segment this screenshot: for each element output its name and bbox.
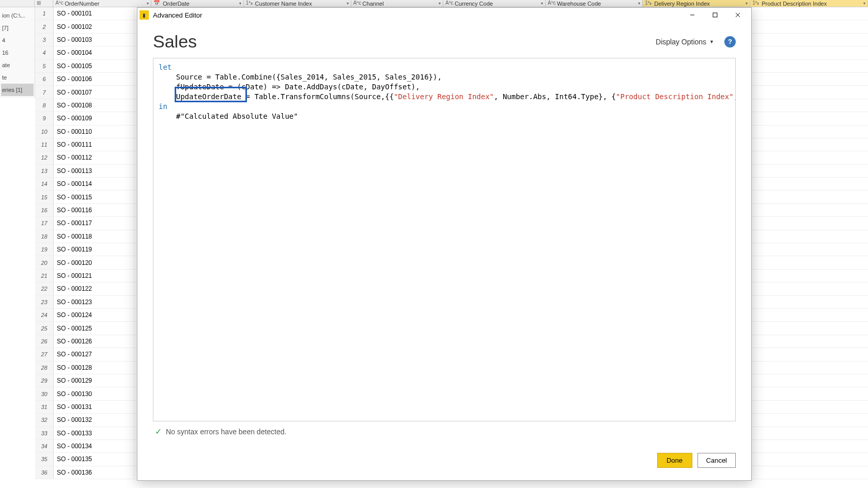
row-number: 22 [35,282,54,295]
cell-ordernumber[interactable]: SO - 000119 [54,243,134,256]
cell-ordernumber[interactable]: SO - 000125 [54,322,134,334]
cell-ordernumber[interactable]: SO - 000102 [54,20,134,33]
chevron-down-icon[interactable]: ▾ [239,1,241,6]
cell-ordernumber[interactable]: SO - 000130 [54,387,134,400]
row-number: 30 [35,387,54,400]
dialog-footer: Done Cancel [137,446,751,480]
cell-ordernumber[interactable]: SO - 000117 [54,217,134,229]
svg-rect-1 [713,13,717,17]
row-number: 34 [35,440,54,452]
row-number: 32 [35,414,54,426]
cell-ordernumber[interactable]: SO - 000134 [54,440,134,452]
chevron-down-icon[interactable]: ▾ [746,1,748,6]
cell-ordernumber[interactable]: SO - 000111 [54,138,134,151]
number-type-icon: 1²₃ [246,0,253,7]
cell-ordernumber[interactable]: SO - 000103 [54,34,134,46]
chevron-down-icon[interactable]: ▾ [541,1,543,6]
queries-panel[interactable]: ion (C:\... [7] 4 16 ate te eries [1] [0,7,35,98]
cell-ordernumber[interactable]: SO - 000135 [54,453,134,465]
row-number: 11 [35,138,54,151]
cell-ordernumber[interactable]: SO - 000105 [54,60,134,72]
cell-ordernumber[interactable]: SO - 000123 [54,296,134,308]
cell-ordernumber[interactable]: SO - 000113 [54,165,134,177]
row-number: 13 [35,165,54,177]
dialog-titlebar[interactable]: ▮ Advanced Editor [137,8,751,22]
panel-item[interactable]: ion (C:\... [1,9,34,22]
cell-ordernumber[interactable]: SO - 000118 [54,230,134,243]
cell-ordernumber[interactable]: SO - 000114 [54,178,134,190]
cell-ordernumber[interactable]: SO - 000120 [54,256,134,269]
cell-ordernumber[interactable]: SO - 000126 [54,335,134,348]
row-number: 26 [35,335,54,348]
help-icon[interactable]: ? [724,36,736,48]
panel-item[interactable]: ate [1,59,34,71]
cell-ordernumber[interactable]: SO - 000133 [54,427,134,439]
chevron-down-icon[interactable]: ▾ [863,1,865,6]
col-warehouse[interactable]: AᵇcWarehouse Code▾ [546,0,643,7]
panel-item[interactable]: 16 [1,46,34,59]
panel-item-selected[interactable]: eries [1] [1,84,34,96]
chevron-down-icon: ▼ [709,39,714,44]
minimize-button[interactable] [681,8,704,22]
col-productdesc[interactable]: 1²₃Product Description Index▾ [750,0,868,7]
cell-ordernumber[interactable]: SO - 000109 [54,112,134,124]
col-channel[interactable]: AᵇcChannel▾ [351,0,443,7]
cell-ordernumber[interactable]: SO - 000136 [54,466,134,479]
cell-ordernumber[interactable]: SO - 000106 [54,73,134,85]
panel-item[interactable]: te [1,71,34,84]
row-number: 23 [35,296,54,308]
display-options-dropdown[interactable]: Display Options ▼ [652,36,718,48]
checkmark-icon: ✓ [155,427,162,436]
done-button[interactable]: Done [657,453,692,468]
cell-ordernumber[interactable]: SO - 000101 [54,7,134,20]
cell-ordernumber[interactable]: SO - 000110 [54,125,134,138]
code-editor[interactable]: let Source = Table.Combine({Sales_2014, … [153,58,736,421]
chevron-down-icon[interactable]: ▾ [638,1,640,6]
cell-ordernumber[interactable]: SO - 000128 [54,361,134,374]
cell-ordernumber[interactable]: SO - 000129 [54,374,134,387]
col-currency[interactable]: AᵇcCurrency Code▾ [443,0,546,7]
row-number: 7 [35,86,54,98]
col-orderdate[interactable]: 📅OrderDate▾ [151,0,243,7]
cell-ordernumber[interactable]: SO - 000131 [54,401,134,413]
cancel-button[interactable]: Cancel [698,453,736,468]
cell-ordernumber[interactable]: SO - 000116 [54,204,134,216]
col-ordernumber[interactable]: AᵇcOrderNumber▾ [53,0,151,7]
rowindex-header[interactable]: ⊞ [35,0,53,7]
cell-ordernumber[interactable]: SO - 000121 [54,270,134,282]
chevron-down-icon[interactable]: ▾ [439,1,441,6]
cell-ordernumber[interactable]: SO - 000127 [54,348,134,360]
row-number: 24 [35,309,54,321]
row-number: 17 [35,217,54,229]
cell-ordernumber[interactable]: SO - 000112 [54,151,134,164]
row-number: 31 [35,401,54,413]
cell-ordernumber[interactable]: SO - 000107 [54,86,134,98]
row-number: 36 [35,466,54,479]
row-number: 25 [35,322,54,334]
panel-item[interactable]: [7] [1,22,34,34]
chevron-down-icon[interactable]: ▾ [147,1,149,6]
cell-ordernumber[interactable]: SO - 000115 [54,191,134,203]
col-deliveryregion[interactable]: 1²₃Delivery Region Index▾ [643,0,750,7]
row-number: 6 [35,73,54,85]
row-number: 35 [35,453,54,465]
maximize-button[interactable] [704,8,726,22]
panel-item[interactable]: 4 [1,34,34,46]
close-button[interactable] [726,8,749,22]
number-type-icon: 1²₃ [752,0,760,7]
row-number: 9 [35,112,54,124]
chevron-down-icon[interactable]: ▾ [347,1,349,6]
row-number: 21 [35,270,54,282]
cell-ordernumber[interactable]: SO - 000124 [54,309,134,321]
row-number: 18 [35,230,54,243]
col-customername[interactable]: 1²₃Customer Name Index▾ [244,0,351,7]
query-panel-header [0,0,35,7]
row-number: 27 [35,348,54,360]
cell-ordernumber[interactable]: SO - 000132 [54,414,134,426]
date-type-icon: 📅 [153,0,161,7]
cell-ordernumber[interactable]: SO - 000104 [54,46,134,59]
table-icon: ⊞ [37,0,44,7]
column-headers: ⊞ AᵇcOrderNumber▾ 📅OrderDate▾ 1²₃Custome… [0,0,868,7]
cell-ordernumber[interactable]: SO - 000108 [54,99,134,112]
cell-ordernumber[interactable]: SO - 000122 [54,282,134,295]
